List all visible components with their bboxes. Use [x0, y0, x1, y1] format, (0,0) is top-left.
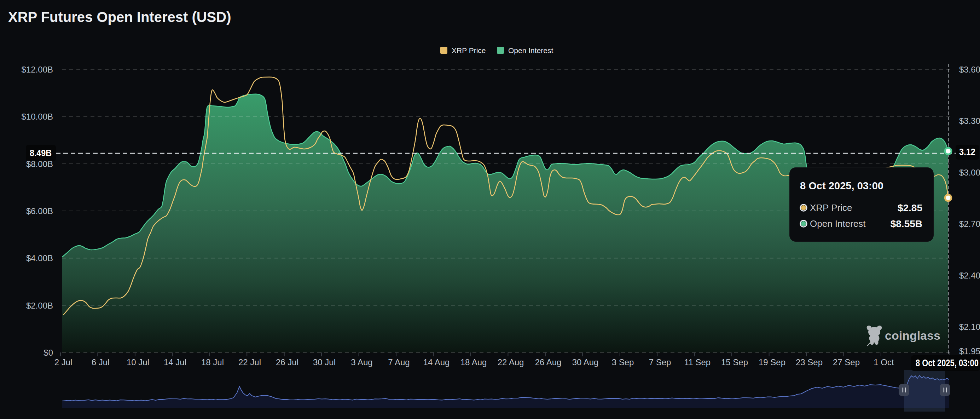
svg-text:3 Sep: 3 Sep: [612, 357, 634, 367]
svg-text:$8.55B: $8.55B: [891, 218, 922, 229]
svg-text:8 Oct 2025, 03:00: 8 Oct 2025, 03:00: [800, 180, 883, 191]
svg-text:10 Jul: 10 Jul: [127, 357, 149, 367]
svg-text:27 Sep: 27 Sep: [833, 357, 860, 367]
svg-text:$12.00B: $12.00B: [22, 65, 53, 74]
svg-text:XRP Price: XRP Price: [810, 202, 852, 213]
svg-text:19 Sep: 19 Sep: [759, 357, 786, 367]
svg-text:7 Sep: 7 Sep: [649, 357, 671, 367]
svg-text:$2.85: $2.85: [897, 202, 922, 213]
svg-text:3.12: 3.12: [959, 147, 975, 157]
svg-text:14 Jul: 14 Jul: [164, 357, 186, 367]
svg-text:1 Oct: 1 Oct: [873, 357, 894, 367]
svg-text:$0: $0: [43, 348, 53, 357]
svg-text:7 Aug: 7 Aug: [388, 357, 410, 367]
svg-text:$3.30: $3.30: [959, 116, 980, 126]
svg-text:$2.10: $2.10: [959, 322, 980, 331]
svg-text:Open Interest: Open Interest: [508, 46, 553, 54]
svg-text:23 Sep: 23 Sep: [796, 357, 822, 367]
svg-text:$2.00B: $2.00B: [26, 301, 53, 311]
svg-text:Open Interest: Open Interest: [810, 218, 866, 229]
svg-text:$3.00: $3.00: [959, 168, 980, 177]
svg-text:8 Oct 2025, 03:00: 8 Oct 2025, 03:00: [916, 358, 978, 368]
svg-text:18 Aug: 18 Aug: [460, 357, 487, 367]
svg-text:2 Jul: 2 Jul: [54, 357, 73, 367]
svg-text:30 Jul: 30 Jul: [313, 357, 336, 367]
svg-text:26 Aug: 26 Aug: [535, 357, 562, 367]
svg-text:$1.95: $1.95: [959, 346, 980, 356]
svg-text:22 Jul: 22 Jul: [239, 357, 261, 367]
svg-text:15 Sep: 15 Sep: [721, 357, 748, 367]
svg-text:XRP Price: XRP Price: [452, 46, 485, 54]
svg-text:$2.40: $2.40: [959, 271, 980, 280]
svg-text:XRP Futures Open Interest (USD: XRP Futures Open Interest (USD): [8, 9, 231, 25]
svg-text:$4.00B: $4.00B: [26, 253, 53, 263]
svg-text:22 Aug: 22 Aug: [498, 357, 524, 367]
svg-text:3 Aug: 3 Aug: [351, 357, 372, 367]
svg-text:6 Jul: 6 Jul: [92, 357, 110, 367]
svg-text:26 Jul: 26 Jul: [276, 357, 299, 367]
svg-text:$10.00B: $10.00B: [22, 112, 53, 121]
svg-text:14 Aug: 14 Aug: [423, 357, 450, 367]
svg-text:30 Aug: 30 Aug: [572, 357, 599, 367]
svg-text:8.49B: 8.49B: [30, 148, 52, 158]
svg-text:11 Sep: 11 Sep: [684, 357, 711, 367]
svg-text:coinglass: coinglass: [885, 329, 940, 342]
svg-text:18 Jul: 18 Jul: [201, 357, 224, 367]
svg-text:$6.00B: $6.00B: [26, 206, 53, 216]
svg-text:$3.60: $3.60: [959, 65, 980, 74]
svg-text:$2.70: $2.70: [959, 219, 980, 229]
